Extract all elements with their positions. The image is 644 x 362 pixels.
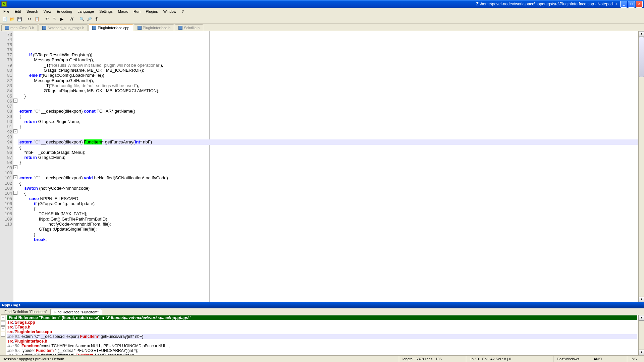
code-line-91[interactable]: extern "C" __declspec(dllexport) FuncIte… bbox=[18, 139, 638, 144]
results-scrollbar[interactable]: ▲ ▼ bbox=[638, 315, 644, 355]
menu-view[interactable]: View bbox=[41, 9, 54, 14]
maximize-button[interactable]: □ bbox=[628, 1, 635, 8]
tab-Notepad_plus_msgs-h[interactable]: Notepad_plus_msgs.h bbox=[39, 24, 88, 31]
macro-button[interactable]: ▶ bbox=[58, 16, 65, 22]
result-hit[interactable]: line 72: extern "C" declspec(dllexport) … bbox=[7, 353, 637, 355]
code-line-87[interactable]: return GTags::cPluginName; bbox=[18, 119, 638, 124]
tree-toggle[interactable]: + bbox=[1, 321, 5, 326]
code-line-82[interactable]: } bbox=[18, 94, 638, 99]
menu-settings[interactable]: Settings bbox=[97, 9, 115, 14]
result-file[interactable]: src/GTags.h bbox=[7, 325, 637, 329]
fold-toggle[interactable]: − bbox=[13, 175, 17, 179]
code-line-83[interactable] bbox=[18, 99, 638, 104]
menu-window[interactable]: Window bbox=[161, 9, 179, 14]
code-line-101[interactable]: { bbox=[18, 191, 638, 196]
menu-bar: FileEditSearchViewEncodingLanguageSettin… bbox=[0, 8, 644, 15]
fold-toggle[interactable]: − bbox=[13, 191, 17, 195]
results-content[interactable]: Find Reference "FuncItem" (literal, matc… bbox=[6, 315, 638, 355]
code-line-102[interactable]: case NPPN_FILESAVED: bbox=[18, 196, 638, 201]
redo-button[interactable]: ↷ bbox=[51, 16, 58, 22]
vertical-scrollbar[interactable]: ▲ ▼ bbox=[638, 31, 644, 302]
code-line-84[interactable] bbox=[18, 104, 638, 109]
menu-language[interactable]: Language bbox=[75, 9, 97, 14]
scroll-down-button[interactable]: ▼ bbox=[639, 297, 644, 302]
code-line-85[interactable]: extern "C" __declspec(dllexport) const T… bbox=[18, 109, 638, 114]
code-line-106[interactable]: INpp::Get().GetFilePathFromBufID( bbox=[18, 217, 638, 222]
fold-toggle[interactable]: − bbox=[13, 129, 17, 133]
code-line-105[interactable]: TCHAR file[MAX_PATH]; bbox=[18, 211, 638, 216]
tab-PluginInterface-h[interactable]: PluginInterface.h bbox=[134, 24, 174, 31]
results-tab-1[interactable]: Find Reference "FuncItem" bbox=[51, 309, 102, 315]
results-tab-0[interactable]: Find Definition "FuncItem" bbox=[1, 309, 51, 315]
code-line-75[interactable]: MessageBox(npp.GetHandle(), bbox=[18, 57, 638, 62]
code-line-100[interactable]: switch (notifyCode->nmhdr.code) bbox=[18, 186, 638, 191]
copy-button[interactable]: 📋 bbox=[34, 16, 40, 22]
scroll-up-button[interactable]: ▲ bbox=[639, 31, 644, 37]
code-line-77[interactable]: GTags::cPluginName, MB_OK | MB_ICONERROR… bbox=[18, 68, 638, 73]
code-line-98[interactable]: extern "C" __declspec(dllexport) void be… bbox=[18, 175, 638, 180]
results-scroll-up[interactable]: ▲ bbox=[639, 315, 644, 321]
show-all-button[interactable]: ¶ bbox=[93, 16, 100, 22]
code-line-108[interactable]: GTags::UpdateSingleFile(file); bbox=[18, 227, 638, 232]
result-file[interactable]: src/GTags.cpp bbox=[7, 320, 637, 325]
code-line-103[interactable]: if (GTags::Config._autoUpdate) bbox=[18, 201, 638, 206]
tab-menuCmdID-h[interactable]: menuCmdID.h bbox=[1, 24, 38, 31]
toggle-h-button[interactable]: H bbox=[68, 16, 75, 22]
result-hit[interactable]: line 91: extern "C" __declspec(dllexport… bbox=[7, 334, 637, 339]
status-bar: session : nppgtags previous : Default le… bbox=[0, 355, 644, 362]
menu-plugins[interactable]: Plugins bbox=[143, 9, 161, 14]
code-line-109[interactable]: } bbox=[18, 232, 638, 237]
code-line-86[interactable]: { bbox=[18, 114, 638, 119]
code-text[interactable]: if (GTags::ResultWin::Register()) Messag… bbox=[18, 31, 638, 302]
menu-encoding[interactable]: Encoding bbox=[54, 9, 75, 14]
results-scroll-down[interactable]: ▼ bbox=[639, 350, 644, 355]
code-line-79[interactable]: MessageBox(npp.GetHandle(), bbox=[18, 78, 638, 83]
minimize-button[interactable]: _ bbox=[620, 1, 627, 8]
tree-toggle[interactable]: − bbox=[1, 332, 5, 337]
code-line-74[interactable]: if (GTags::ResultWin::Register()) bbox=[18, 52, 638, 57]
fold-toggle[interactable]: − bbox=[13, 99, 17, 103]
code-line-80[interactable]: _T("Bad config file, default settings wi… bbox=[18, 83, 638, 88]
code-line-89[interactable] bbox=[18, 129, 638, 134]
code-line-95[interactable]: } bbox=[18, 160, 638, 165]
tab-Scintilla-h[interactable]: Scintilla.h bbox=[175, 24, 203, 31]
menu-macro[interactable]: Macro bbox=[115, 9, 131, 14]
code-line-97[interactable] bbox=[18, 170, 638, 175]
code-line-96[interactable] bbox=[18, 165, 638, 170]
cut-button[interactable]: ✂ bbox=[26, 16, 33, 22]
code-line-88[interactable]: } bbox=[18, 124, 638, 129]
code-line-73[interactable] bbox=[18, 47, 638, 52]
result-file[interactable]: src/PluginInterface.cpp bbox=[7, 329, 637, 334]
code-line-90[interactable] bbox=[18, 134, 638, 139]
zoom-in-button[interactable]: 🔍 bbox=[78, 16, 85, 22]
save-button[interactable]: 💾 bbox=[16, 16, 23, 22]
close-button[interactable]: × bbox=[636, 1, 643, 8]
code-line-107[interactable]: notifyCode->nmhdr.idFrom, file); bbox=[18, 222, 638, 227]
menu-run[interactable]: Run bbox=[131, 9, 143, 14]
tab-PluginInterface-cpp[interactable]: PluginInterface.cpp bbox=[89, 24, 133, 31]
code-line-93[interactable]: *nbF = _countof(GTags::Menu); bbox=[18, 150, 638, 155]
code-line-81[interactable]: GTags::cPluginName, MB_OK | MB_ICONEXCLA… bbox=[18, 88, 638, 93]
menu-help[interactable]: ? bbox=[179, 9, 186, 14]
tree-toggle[interactable]: + bbox=[1, 316, 5, 320]
zoom-out-button[interactable]: 🔎 bbox=[86, 16, 93, 22]
new-file-button[interactable]: 📄 bbox=[1, 16, 8, 22]
scroll-thumb[interactable] bbox=[639, 37, 644, 77]
code-line-92[interactable]: { bbox=[18, 145, 638, 150]
fold-toggle[interactable]: − bbox=[13, 165, 17, 169]
code-line-110[interactable]: break; bbox=[18, 237, 638, 242]
code-line-104[interactable]: { bbox=[18, 206, 638, 211]
code-line-94[interactable]: return GTags::Menu; bbox=[18, 155, 638, 160]
open-file-button[interactable]: 📂 bbox=[9, 16, 15, 22]
menu-edit[interactable]: Edit bbox=[12, 9, 24, 14]
tree-toggle[interactable]: − bbox=[1, 326, 5, 331]
result-file[interactable]: src/PluginInterface.h bbox=[7, 339, 637, 344]
code-line-99[interactable]: { bbox=[18, 181, 638, 186]
code-line-76[interactable]: _T("Results Window init failed, plugin w… bbox=[18, 63, 638, 68]
menu-file[interactable]: File bbox=[1, 9, 12, 14]
result-hit[interactable]: line 50: FuncItem(const TCHAR* itemName … bbox=[7, 344, 637, 348]
result-hit[interactable]: line 67: typedef FuncItem * (__cdecl * P… bbox=[7, 348, 637, 353]
code-line-78[interactable]: else if(!GTags::Config.LoadFromFile()) bbox=[18, 73, 638, 78]
menu-search[interactable]: Search bbox=[24, 9, 41, 14]
undo-button[interactable]: ↶ bbox=[44, 16, 50, 22]
